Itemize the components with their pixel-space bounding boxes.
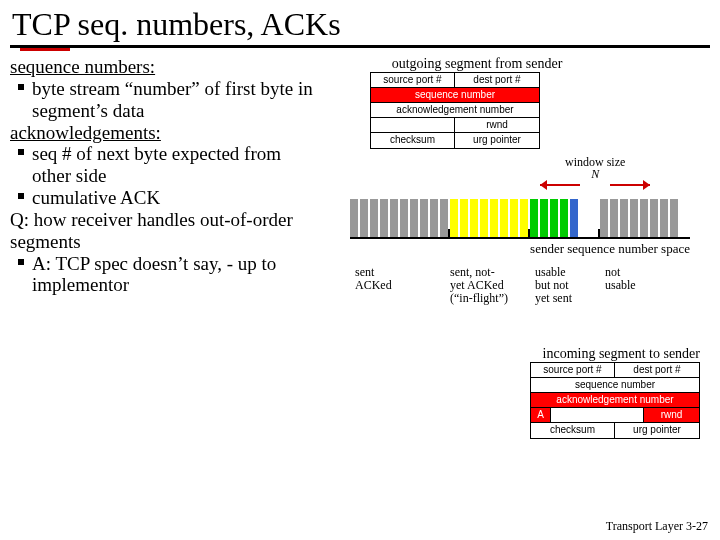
- label-usable: usable but not yet sent: [535, 266, 572, 306]
- field-checksum: checksum: [371, 133, 455, 148]
- bullet-text: seq # of next byte expected from other s…: [32, 143, 281, 186]
- slide-footer: Transport Layer 3-27: [606, 519, 708, 534]
- bullet-icon: [18, 193, 24, 199]
- bullet-text: A: TCP spec doesn’t say, - up to impleme…: [32, 253, 276, 296]
- label-text: sentACKed: [355, 266, 405, 292]
- bullet-icon: [18, 149, 24, 155]
- field-flags: [371, 118, 455, 132]
- field-ack-number: acknowledgement number: [531, 393, 699, 407]
- title-underline: [10, 45, 710, 48]
- outgoing-segment-header: source port # dest port # sequence numbe…: [370, 72, 540, 149]
- label-text: usable: [605, 278, 636, 292]
- label-in-flight: sent, not- yet ACKed (“in-flight”): [450, 266, 508, 306]
- sequence-stripe: [350, 191, 690, 239]
- incoming-caption: incoming segment to sender: [480, 346, 700, 362]
- bullet-text: cumulative ACK: [32, 187, 160, 208]
- window-size-annotation: window size N: [565, 156, 625, 180]
- bullet-next-byte: seq # of next byte expected from other s…: [10, 143, 320, 187]
- bullet-cumulative-ack: cumulative ACK: [10, 187, 320, 209]
- bullet-icon: [18, 84, 24, 90]
- sequence-space-caption: sender sequence number space: [350, 241, 690, 257]
- slide-body: sequence numbers: byte stream “number” o…: [0, 48, 720, 296]
- bullet-answer: A: TCP spec doesn’t say, - up to impleme…: [10, 253, 320, 297]
- field-seq-number: sequence number: [371, 88, 539, 102]
- field-src-port: source port #: [531, 363, 615, 377]
- label-text: yet ACKed: [450, 278, 504, 292]
- field-dst-port: dest port #: [455, 73, 539, 87]
- left-column: sequence numbers: byte stream “number” o…: [10, 56, 320, 296]
- field-urg-pointer: urg pointer: [455, 133, 539, 148]
- label-text: not: [605, 265, 620, 279]
- label-sent-acked: sentACKed: [355, 266, 405, 292]
- window-arrows-icon: [540, 181, 650, 191]
- question-line: Q: how receiver handles out-of-order seg…: [10, 209, 320, 253]
- bullet-byte-stream: byte stream “number” of first byte in se…: [10, 78, 320, 122]
- label-text: usable: [535, 265, 566, 279]
- outgoing-caption: outgoing segment from sender: [240, 56, 714, 72]
- incoming-segment-header: source port # dest port # sequence numbe…: [530, 362, 700, 439]
- label-text: (“in-flight”): [450, 291, 508, 305]
- field-ack-flag: A: [531, 408, 551, 422]
- field-dst-port: dest port #: [615, 363, 699, 377]
- field-src-port: source port #: [371, 73, 455, 87]
- bullet-icon: [18, 259, 24, 265]
- field-rwnd: rwnd: [644, 408, 699, 422]
- field-checksum: checksum: [531, 423, 615, 438]
- label-text: but not: [535, 278, 569, 292]
- right-column: outgoing segment from sender source port…: [320, 56, 714, 296]
- label-not-usable: not usable: [605, 266, 636, 292]
- heading-acks: acknowledgements:: [10, 122, 320, 144]
- field-seq-number: sequence number: [531, 378, 699, 392]
- label-text: yet sent: [535, 291, 572, 305]
- label-text: sent, not-: [450, 265, 495, 279]
- field-rwnd: rwnd: [455, 118, 539, 132]
- field-urg-pointer: urg pointer: [615, 423, 699, 438]
- sequence-space-diagram: sender sequence number space: [350, 191, 690, 257]
- slide-title: TCP seq. numbers, ACKs: [0, 0, 720, 45]
- field-flags: [551, 408, 644, 422]
- incoming-block: incoming segment to sender source port #…: [480, 346, 700, 439]
- bullet-text: byte stream “number” of first byte in se…: [32, 78, 313, 121]
- window-var: N: [591, 167, 599, 181]
- field-ack-number: acknowledgement number: [371, 103, 539, 117]
